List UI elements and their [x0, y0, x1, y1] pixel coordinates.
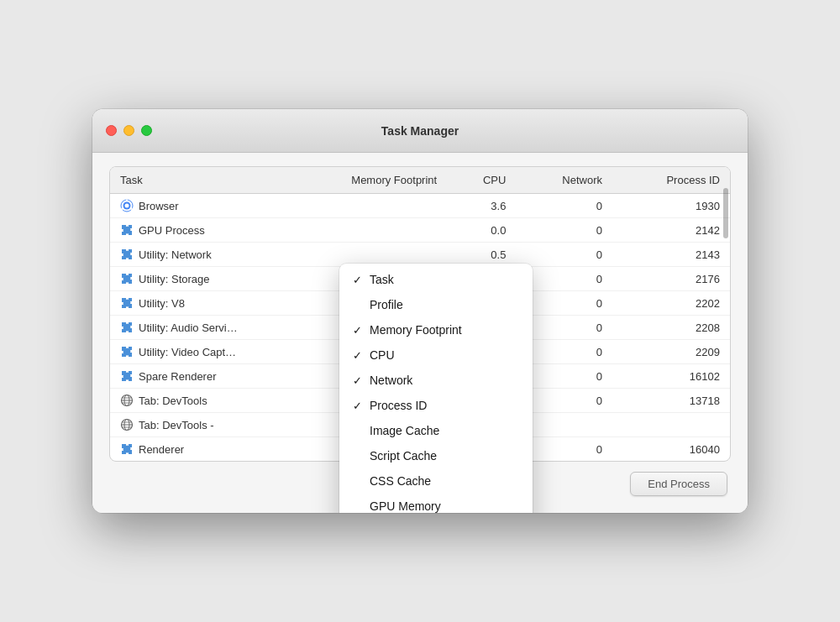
window-title: Task Manager [381, 124, 459, 138]
task-cell: Browser [110, 194, 278, 217]
task-cell: Utility: V8 [110, 291, 278, 315]
pid-cell: 2208 [612, 316, 730, 340]
memory-cell [278, 218, 447, 243]
col-pid[interactable]: Process ID [612, 167, 730, 194]
menu-item-label: GPU Memory [370, 499, 441, 513]
pid-cell: 1930 [612, 194, 730, 218]
task-name: Utility: Storage [139, 273, 210, 285]
menu-item-label: Process ID [370, 399, 427, 412]
col-memory[interactable]: Memory Footprint [278, 167, 447, 194]
task-cell: Utility: Storage [110, 267, 278, 290]
puzzle-icon [120, 345, 134, 358]
check-icon: ✓ [353, 274, 365, 286]
menu-item-process-id[interactable]: ✓Process ID [339, 393, 533, 418]
check-icon: ✓ [353, 374, 365, 387]
pid-cell: 2202 [612, 291, 730, 316]
task-name: Spare Renderer [139, 370, 217, 383]
check-icon: ✓ [353, 349, 365, 362]
pid-cell: 2143 [612, 243, 730, 267]
end-process-button[interactable]: End Process [630, 472, 727, 496]
puzzle-icon [120, 248, 134, 261]
pid-cell: 13718 [612, 389, 730, 413]
task-cell: GPU Process [110, 218, 278, 242]
check-icon: ✓ [353, 324, 365, 337]
scrollbar-thumb[interactable] [723, 188, 728, 238]
task-name: Utility: Audio Servi… [139, 321, 238, 334]
task-name: Tab: DevTools - [139, 419, 214, 431]
menu-item-label: CPU [370, 348, 395, 362]
menu-item-gpu-memory[interactable]: GPU Memory [339, 494, 533, 513]
pid-cell [612, 413, 730, 437]
menu-item-label: Task [370, 273, 394, 286]
task-cell: Tab: DevTools - [110, 413, 278, 436]
col-cpu[interactable]: CPU [447, 167, 516, 194]
menu-item-label: CSS Cache [370, 474, 431, 488]
window: Task Manager Task Memory Footprint CPU N… [92, 109, 748, 513]
traffic-lights [106, 125, 152, 136]
task-name: Utility: Network [139, 248, 212, 261]
task-name: Utility: V8 [139, 297, 185, 310]
menu-item-label: Network [370, 374, 412, 387]
globe-icon [120, 394, 134, 407]
menu-item-cpu[interactable]: ✓CPU [339, 342, 533, 368]
task-cell: Tab: DevTools [110, 389, 278, 412]
task-name: Tab: DevTools [139, 395, 207, 407]
task-cell: Utility: Video Capt… [110, 340, 278, 363]
network-cell: 0 [516, 218, 612, 243]
pid-cell: 2209 [612, 340, 730, 364]
table-row[interactable]: Browser3.601930 [110, 194, 730, 218]
menu-item-memory-footprint[interactable]: ✓Memory Footprint [339, 317, 533, 342]
check-icon: ✓ [353, 400, 365, 412]
menu-item-label: Memory Footprint [370, 323, 462, 337]
task-cell: Spare Renderer [110, 364, 278, 388]
network-cell: 0 [516, 243, 612, 267]
cpu-cell: 3.6 [447, 194, 516, 218]
pid-cell: 16102 [612, 364, 730, 389]
task-cell: Renderer [110, 437, 278, 461]
puzzle-icon [120, 321, 134, 334]
col-network[interactable]: Network [516, 167, 612, 194]
network-cell: 0 [516, 194, 612, 218]
main-content: Task Memory Footprint CPU Network Proces… [92, 153, 748, 513]
menu-item-css-cache[interactable]: CSS Cache [339, 468, 533, 494]
menu-item-task[interactable]: ✓Task [339, 267, 533, 292]
task-name: Renderer [139, 443, 184, 456]
task-name: Browser [139, 200, 179, 212]
globe-icon [120, 418, 134, 431]
column-dropdown-menu: ✓TaskProfile✓Memory Footprint✓CPU✓Networ… [339, 264, 533, 513]
close-button[interactable] [106, 125, 117, 136]
puzzle-icon [120, 369, 134, 383]
minimize-button[interactable] [123, 125, 134, 136]
menu-item-image-cache[interactable]: Image Cache [339, 418, 533, 443]
pid-cell: 16040 [612, 437, 730, 462]
svg-point-4 [125, 204, 129, 208]
titlebar: Task Manager [92, 109, 748, 153]
puzzle-icon [120, 442, 134, 456]
chrome-icon [120, 199, 134, 212]
task-cell: Utility: Audio Servi… [110, 316, 278, 339]
menu-item-profile[interactable]: Profile [339, 292, 533, 317]
table-header-row: Task Memory Footprint CPU Network Proces… [110, 167, 730, 194]
menu-item-label: Image Cache [370, 424, 439, 437]
menu-item-label: Script Cache [370, 449, 437, 463]
col-task[interactable]: Task [110, 167, 278, 194]
task-name: Utility: Video Capt… [139, 346, 236, 358]
puzzle-icon [120, 272, 134, 285]
menu-item-label: Profile [370, 298, 403, 311]
maximize-button[interactable] [141, 125, 152, 136]
puzzle-icon [120, 296, 134, 310]
pid-cell: 2176 [612, 267, 730, 291]
scrollbar-track[interactable] [722, 180, 729, 448]
cpu-cell: 0.0 [447, 218, 516, 243]
menu-item-script-cache[interactable]: Script Cache [339, 443, 533, 468]
puzzle-icon [120, 223, 134, 237]
task-name: GPU Process [139, 224, 205, 237]
menu-item-network[interactable]: ✓Network [339, 368, 533, 393]
memory-cell [278, 194, 447, 218]
task-cell: Utility: Network [110, 243, 278, 266]
table-row[interactable]: GPU Process0.002142 [110, 218, 730, 243]
pid-cell: 2142 [612, 218, 730, 243]
